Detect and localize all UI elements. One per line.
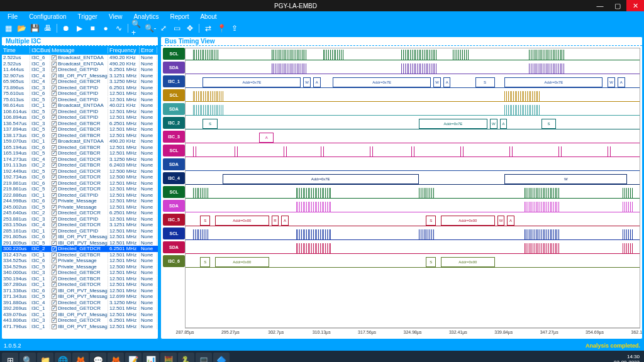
table-row[interactable]: 191.113usI3C_2Directed_GETBCR6.2403 MHzN… <box>2 162 158 168</box>
pan-icon[interactable]: ✥ <box>184 23 196 34</box>
protocol-field[interactable]: S <box>426 257 436 267</box>
table-row[interactable]: 367.280usI3C_1Directed_GETDCR12.501 MHzN… <box>2 282 158 288</box>
column-frequency[interactable]: Frequency <box>108 47 140 53</box>
column-error[interactable]: Error <box>140 47 157 53</box>
stop-icon[interactable]: ■ <box>87 23 98 34</box>
waveform-track[interactable] <box>186 159 640 173</box>
menu-configuration[interactable]: Configuration <box>24 13 71 20</box>
protocol-field[interactable]: Addr=0x7E <box>203 77 301 87</box>
save-icon[interactable]: 💾 <box>29 23 40 34</box>
table-row[interactable]: 2.522usI3C_6Broadcast_ENTDAA490.20 KHzNo… <box>2 55 158 61</box>
protocol-field[interactable]: Addr=0x7E <box>333 77 431 87</box>
track-label-i3c_2[interactable]: I3C_2 <box>163 117 185 129</box>
track-label-scl[interactable]: SCL <box>163 48 185 60</box>
track-label-sda[interactable]: SDA <box>163 103 185 115</box>
file-new-icon[interactable]: ▦ <box>3 23 14 34</box>
taskbar-app-icon[interactable]: 💻 <box>196 353 212 362</box>
protocol-field[interactable]: W <box>497 216 505 226</box>
table-row[interactable]: 283.150usI3C_4Directed_GETDCR3.1251 MHzN… <box>2 222 158 228</box>
protocol-field[interactable]: A <box>500 119 508 129</box>
menu-view[interactable]: View <box>104 13 128 20</box>
table-row[interactable]: 138.173usI3C_6Directed_GETBCR12.501 MHzN… <box>2 133 158 139</box>
protocol-field[interactable]: A <box>507 216 514 226</box>
table-row[interactable]: 192.449usI3C_5Directed_GETDCR12.500 MHzN… <box>2 168 158 175</box>
table-row[interactable]: 300.220usI3C_2Directed_GETDCR6.2501 MHzN… <box>2 246 158 252</box>
taskbar-app-icon[interactable]: 📊 <box>143 353 159 362</box>
column-message[interactable]: Message <box>50 47 108 53</box>
waveform-track[interactable] <box>186 48 640 62</box>
table-row[interactable]: 439.076usI3C_1IBI_OR_PVT_Message12.501 M… <box>2 312 158 318</box>
table-row[interactable]: 73.896usI3C_3Directed_GETPID6.2501 MHzNo… <box>2 85 158 91</box>
column-time[interactable]: Time <box>2 47 30 53</box>
protocol-field[interactable]: A <box>259 133 274 143</box>
waveform-track[interactable] <box>186 90 640 104</box>
table-row[interactable]: 334.525usI3C_6Private_Message12.501 MHzN… <box>2 258 158 264</box>
table-row[interactable]: 192.734usI3C_6Directed_GETDCR12.500 MHzN… <box>2 174 158 180</box>
print-icon[interactable]: 🖶 <box>42 23 53 34</box>
waveform-track[interactable] <box>186 104 640 118</box>
table-row[interactable]: 371.336usI3C_6IBI_OR_PVT_Message12.501 M… <box>2 288 158 294</box>
table-row[interactable]: 11.444usI3C_3Directed_GETPID6.2501 MHzNo… <box>2 67 158 73</box>
protocol-field[interactable]: S <box>200 216 210 226</box>
table-row[interactable]: 371.343usI3C_5IBI_OR_PVT_Message12.699 M… <box>2 293 158 300</box>
menu-analytics[interactable]: Analytics <box>128 13 164 20</box>
track-label-sda[interactable]: SDA <box>163 241 185 253</box>
table-row[interactable]: 137.894usI3C_5Directed_GETBCR12.501 MHzN… <box>2 126 158 133</box>
track-label-i3c_1[interactable]: I3C_1 <box>163 75 185 87</box>
table-row[interactable]: 32.907usI3C_4IBI_OR_PVT_Message3.1251 MH… <box>2 73 158 79</box>
waveform-track[interactable] <box>186 200 640 214</box>
table-row[interactable]: 2.522usI3C_6Broadcast_ENTDAA490.20 KHzNo… <box>2 61 158 67</box>
table-row[interactable]: 244.998usI3C_6Private_Message12.501 MHzN… <box>2 198 158 204</box>
protocol-field[interactable]: S <box>426 216 436 226</box>
capture-icon[interactable]: ⏺ <box>60 23 72 34</box>
table-row[interactable]: 291.809usI3C_5IBI_OR_PVT_Message12.501 M… <box>2 240 158 246</box>
table-row[interactable]: 443.806usI3C_3Directed_GETDCR6.2501 MHzN… <box>2 317 158 324</box>
taskbar-app-icon[interactable]: 💬 <box>90 353 106 362</box>
protocol-field[interactable]: Addr=0x7E <box>223 174 419 184</box>
protocol-field[interactable]: Addr=0x00 <box>215 257 269 267</box>
taskbar-app-icon[interactable]: 🐍 <box>178 353 194 362</box>
maximize-button[interactable]: ▢ <box>609 0 626 11</box>
file-open-icon[interactable]: 📂 <box>16 23 27 34</box>
zoom-in-icon[interactable]: 🔍+ <box>131 23 143 34</box>
zoom-fit-icon[interactable]: ⤢ <box>158 23 169 34</box>
waveform-track[interactable] <box>186 228 640 242</box>
taskbar-app-icon[interactable]: 📝 <box>125 353 142 362</box>
protocol-field[interactable]: W <box>490 119 497 129</box>
waveform-track[interactable]: Addr=0x7EW <box>186 173 640 187</box>
table-row[interactable]: 75.610usI3C_6Directed_GETPID12.501 MHzNo… <box>2 90 158 97</box>
taskbar-app-icon[interactable]: 📁 <box>37 353 53 362</box>
waveform-track[interactable] <box>186 187 640 200</box>
table-row[interactable]: 65.965usI3C_4Directed_GETBCR3.1250 MHzNo… <box>2 79 158 85</box>
waveform-area[interactable]: Addr=0x7EWAAddr=0x7EWASAddr=0x7EWASAddr=… <box>185 48 640 328</box>
table-row[interactable]: 219.861usI3C_5Directed_GETDCR12.501 MHzN… <box>2 186 158 192</box>
protocol-field[interactable]: A <box>281 216 289 226</box>
track-label-sda[interactable]: SDA <box>163 62 185 74</box>
waveform-track[interactable] <box>186 62 640 76</box>
protocol-field[interactable]: W <box>433 77 441 87</box>
taskbar-app-icon[interactable]: 🦊 <box>72 353 89 362</box>
track-label-sda[interactable]: SDA <box>163 200 185 212</box>
protocol-field[interactable]: Addr=0x00 <box>441 257 495 267</box>
protocol-field[interactable]: S <box>475 77 495 87</box>
marker-icon[interactable]: 📍 <box>216 23 227 34</box>
table-row[interactable]: 106.894usI3C_6Directed_GETPID12.501 MHzN… <box>2 114 158 121</box>
track-label-i3c_4[interactable]: I3C_4 <box>163 172 185 184</box>
system-clock[interactable]: 14:30 02-08-2023 <box>614 354 642 362</box>
table-row[interactable]: 165.194usI3C_5Directed_GETBCR12.501 MHzN… <box>2 150 158 156</box>
table-row[interactable]: 219.861usI3C_6Directed_GETDCR12.501 MHzN… <box>2 180 158 187</box>
protocol-field[interactable]: A <box>618 77 625 87</box>
protocol-field[interactable]: Addr=0x7E <box>419 119 487 129</box>
protocol-field[interactable]: W <box>303 77 311 87</box>
minimize-button[interactable]: — <box>591 0 609 11</box>
table-row[interactable]: 391.880usI3C_4Directed_GETDCR3.1250 MHzN… <box>2 300 158 306</box>
table-body[interactable]: 2.522usI3C_6Broadcast_ENTDAA490.20 KHzNo… <box>2 55 158 339</box>
taskbar-app-icon[interactable]: 🦊 <box>108 353 124 362</box>
menu-file[interactable]: File <box>3 13 23 20</box>
taskbar-app-icon[interactable]: 🔷 <box>213 353 230 362</box>
table-row[interactable]: 471.796usI3C_1IBI_OR_PVT_Message12.501 M… <box>2 324 158 330</box>
protocol-field[interactable]: R <box>272 216 279 226</box>
export-icon[interactable]: ⇪ <box>229 23 240 34</box>
table-row[interactable]: 75.613usI3C_5Directed_GETPID12.501 MHzNo… <box>2 97 158 103</box>
close-button[interactable]: ✕ <box>626 0 644 11</box>
